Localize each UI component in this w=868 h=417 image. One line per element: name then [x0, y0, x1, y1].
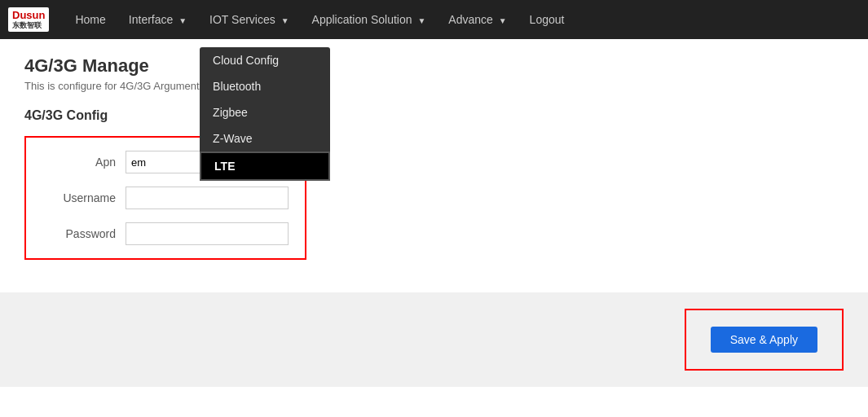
brand-subtitle: 东数智联: [12, 21, 45, 30]
apn-label: Apn: [42, 156, 116, 169]
page-subtitle: This is configure for 4G/3G Arguments: [24, 80, 844, 92]
nav-iot-services[interactable]: IOT Services ▼ Cloud Config Bluetooth Zi…: [200, 8, 298, 31]
page-content: 4G/3G Manage This is configure for 4G/3G…: [0, 39, 868, 292]
nav-home[interactable]: Home: [65, 8, 115, 31]
brand-logo: Dusun 东数智联: [8, 7, 49, 32]
nav-interface[interactable]: Interface ▼: [119, 8, 196, 31]
page-title: 4G/3G Manage: [24, 55, 844, 77]
brand-logo-area: Dusun 东数智联: [8, 7, 49, 32]
save-apply-button[interactable]: Save & Apply: [711, 327, 817, 353]
nav-items: Home Interface ▼ IOT Services ▼ Cloud Co…: [65, 8, 860, 31]
chevron-down-icon: ▼: [417, 16, 425, 25]
dropdown-item-cloud-config[interactable]: Cloud Config: [200, 47, 330, 73]
username-input[interactable]: [126, 187, 289, 209]
save-apply-box: Save & Apply: [685, 309, 844, 371]
username-label: Username: [42, 191, 116, 204]
navbar: Dusun 东数智联 Home Interface ▼ IOT Services…: [0, 0, 868, 39]
nav-logout[interactable]: Logout: [520, 8, 575, 31]
dropdown-item-zigbee[interactable]: Zigbee: [200, 99, 330, 125]
footer-bar: Save & Apply: [0, 292, 868, 387]
brand-name: Dusun: [12, 9, 45, 21]
section-title: 4G/3G Config: [24, 108, 844, 123]
password-label: Password: [42, 227, 116, 240]
iot-dropdown-menu: Cloud Config Bluetooth Zigbee Z-Wave LTE: [200, 47, 330, 181]
dropdown-item-lte[interactable]: LTE: [200, 151, 330, 181]
nav-app-solution[interactable]: Application Solution ▼: [302, 8, 436, 31]
password-input[interactable]: [126, 222, 289, 245]
password-row: Password: [42, 222, 289, 245]
chevron-down-icon: ▼: [178, 16, 187, 25]
chevron-down-icon: ▼: [281, 16, 289, 25]
dropdown-item-zwave[interactable]: Z-Wave: [200, 125, 330, 151]
dropdown-item-bluetooth[interactable]: Bluetooth: [200, 73, 330, 99]
nav-advance[interactable]: Advance ▼: [438, 8, 516, 31]
chevron-down-icon: ▼: [499, 16, 507, 25]
username-row: Username: [42, 187, 289, 209]
